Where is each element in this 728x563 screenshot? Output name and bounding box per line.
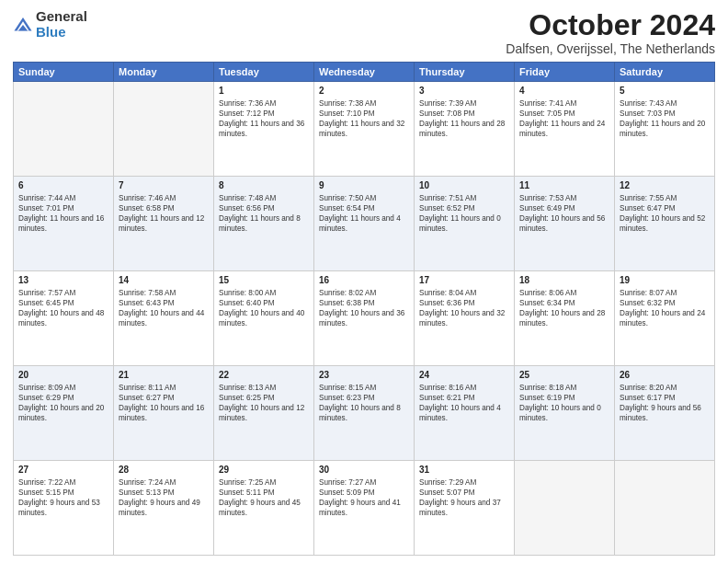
table-row: 21Sunrise: 8:11 AMSunset: 6:27 PMDayligh…	[114, 366, 214, 461]
day-info: Sunrise: 7:29 AMSunset: 5:07 PMDaylight:…	[419, 477, 509, 518]
table-row: 16Sunrise: 8:02 AMSunset: 6:38 PMDayligh…	[314, 271, 415, 366]
header-thursday: Thursday	[415, 63, 515, 82]
table-row: 8Sunrise: 7:48 AMSunset: 6:56 PMDaylight…	[214, 177, 314, 271]
table-row: 29Sunrise: 7:25 AMSunset: 5:11 PMDayligh…	[214, 461, 314, 556]
table-row: 15Sunrise: 8:00 AMSunset: 6:40 PMDayligh…	[214, 271, 314, 366]
day-number: 27	[18, 464, 108, 477]
logo-icon	[13, 15, 33, 35]
day-number: 30	[319, 464, 409, 477]
table-row: 2Sunrise: 7:38 AMSunset: 7:10 PMDaylight…	[314, 82, 415, 177]
header-tuesday: Tuesday	[214, 63, 314, 82]
logo-text: General Blue	[36, 9, 87, 40]
logo-blue-text: Blue	[36, 25, 87, 40]
day-info: Sunrise: 7:22 AMSunset: 5:15 PMDaylight:…	[18, 477, 108, 518]
table-row: 18Sunrise: 8:06 AMSunset: 6:34 PMDayligh…	[515, 271, 615, 366]
calendar-header-row: Sunday Monday Tuesday Wednesday Thursday…	[14, 63, 715, 82]
day-info: Sunrise: 7:36 AMSunset: 7:12 PMDaylight:…	[219, 98, 309, 139]
table-row: 27Sunrise: 7:22 AMSunset: 5:15 PMDayligh…	[14, 461, 114, 556]
table-row: 4Sunrise: 7:41 AMSunset: 7:05 PMDaylight…	[515, 82, 615, 177]
table-row: 30Sunrise: 7:27 AMSunset: 5:09 PMDayligh…	[314, 461, 415, 556]
day-info: Sunrise: 7:27 AMSunset: 5:09 PMDaylight:…	[319, 477, 409, 518]
title-block: October 2024 Dalfsen, Overijssel, The Ne…	[506, 9, 715, 56]
table-row: 31Sunrise: 7:29 AMSunset: 5:07 PMDayligh…	[415, 461, 515, 556]
table-row: 19Sunrise: 8:07 AMSunset: 6:32 PMDayligh…	[615, 271, 715, 366]
day-number: 19	[620, 274, 710, 287]
table-row: 7Sunrise: 7:46 AMSunset: 6:58 PMDaylight…	[114, 177, 214, 271]
table-row	[114, 82, 214, 177]
table-row	[14, 82, 114, 177]
day-info: Sunrise: 7:51 AMSunset: 6:52 PMDaylight:…	[419, 193, 509, 234]
day-info: Sunrise: 8:20 AMSunset: 6:17 PMDaylight:…	[620, 383, 710, 423]
day-number: 4	[519, 85, 609, 98]
day-info: Sunrise: 7:39 AMSunset: 7:08 PMDaylight:…	[419, 98, 509, 139]
calendar-table: Sunday Monday Tuesday Wednesday Thursday…	[13, 62, 715, 556]
table-row: 22Sunrise: 8:13 AMSunset: 6:25 PMDayligh…	[214, 366, 314, 461]
logo: General Blue	[13, 9, 87, 40]
day-number: 18	[519, 274, 609, 287]
day-info: Sunrise: 8:07 AMSunset: 6:32 PMDaylight:…	[620, 288, 710, 328]
day-number: 17	[419, 274, 509, 287]
calendar-week-row: 27Sunrise: 7:22 AMSunset: 5:15 PMDayligh…	[14, 461, 715, 556]
day-info: Sunrise: 8:04 AMSunset: 6:36 PMDaylight:…	[419, 288, 509, 328]
day-number: 20	[18, 369, 108, 382]
table-row: 20Sunrise: 8:09 AMSunset: 6:29 PMDayligh…	[14, 366, 114, 461]
calendar-week-row: 13Sunrise: 7:57 AMSunset: 6:45 PMDayligh…	[14, 271, 715, 366]
table-row: 11Sunrise: 7:53 AMSunset: 6:49 PMDayligh…	[515, 177, 615, 271]
day-number: 8	[219, 179, 309, 192]
day-number: 21	[119, 369, 209, 382]
day-number: 13	[18, 274, 108, 287]
table-row: 13Sunrise: 7:57 AMSunset: 6:45 PMDayligh…	[14, 271, 114, 366]
day-info: Sunrise: 7:53 AMSunset: 6:49 PMDaylight:…	[519, 193, 609, 234]
day-number: 1	[219, 85, 309, 98]
table-row: 25Sunrise: 8:18 AMSunset: 6:19 PMDayligh…	[515, 366, 615, 461]
day-info: Sunrise: 8:16 AMSunset: 6:21 PMDaylight:…	[419, 383, 509, 423]
day-number: 6	[18, 179, 108, 192]
day-info: Sunrise: 7:46 AMSunset: 6:58 PMDaylight:…	[119, 193, 209, 234]
page: General Blue October 2024 Dalfsen, Overi…	[0, 0, 728, 563]
day-info: Sunrise: 8:02 AMSunset: 6:38 PMDaylight:…	[319, 288, 409, 328]
day-number: 11	[519, 179, 609, 192]
day-number: 7	[119, 179, 209, 192]
day-info: Sunrise: 7:57 AMSunset: 6:45 PMDaylight:…	[18, 288, 108, 328]
day-number: 26	[620, 369, 710, 382]
day-info: Sunrise: 7:38 AMSunset: 7:10 PMDaylight:…	[319, 98, 409, 139]
day-info: Sunrise: 7:43 AMSunset: 7:03 PMDaylight:…	[620, 98, 710, 139]
day-number: 31	[419, 464, 509, 477]
table-row: 12Sunrise: 7:55 AMSunset: 6:47 PMDayligh…	[615, 177, 715, 271]
day-number: 3	[419, 85, 509, 98]
day-number: 29	[219, 464, 309, 477]
day-info: Sunrise: 8:06 AMSunset: 6:34 PMDaylight:…	[519, 288, 609, 328]
location-title: Dalfsen, Overijssel, The Netherlands	[506, 41, 715, 56]
day-info: Sunrise: 7:48 AMSunset: 6:56 PMDaylight:…	[219, 193, 309, 234]
day-number: 16	[319, 274, 409, 287]
day-info: Sunrise: 7:41 AMSunset: 7:05 PMDaylight:…	[519, 98, 609, 139]
day-info: Sunrise: 7:24 AMSunset: 5:13 PMDaylight:…	[119, 477, 209, 518]
day-number: 9	[319, 179, 409, 192]
day-number: 24	[419, 369, 509, 382]
day-info: Sunrise: 8:00 AMSunset: 6:40 PMDaylight:…	[219, 288, 309, 328]
calendar-week-row: 1Sunrise: 7:36 AMSunset: 7:12 PMDaylight…	[14, 82, 715, 177]
day-number: 23	[319, 369, 409, 382]
table-row: 28Sunrise: 7:24 AMSunset: 5:13 PMDayligh…	[114, 461, 214, 556]
day-number: 12	[620, 179, 710, 192]
month-title: October 2024	[506, 9, 715, 41]
day-number: 10	[419, 179, 509, 192]
logo-general-text: General	[36, 9, 87, 25]
day-number: 5	[620, 85, 710, 98]
header-sunday: Sunday	[14, 63, 114, 82]
day-number: 22	[219, 369, 309, 382]
day-number: 14	[119, 274, 209, 287]
day-number: 2	[319, 85, 409, 98]
header-saturday: Saturday	[615, 63, 715, 82]
day-info: Sunrise: 8:15 AMSunset: 6:23 PMDaylight:…	[319, 383, 409, 423]
table-row: 9Sunrise: 7:50 AMSunset: 6:54 PMDaylight…	[314, 177, 415, 271]
table-row: 3Sunrise: 7:39 AMSunset: 7:08 PMDaylight…	[415, 82, 515, 177]
table-row: 24Sunrise: 8:16 AMSunset: 6:21 PMDayligh…	[415, 366, 515, 461]
day-info: Sunrise: 8:13 AMSunset: 6:25 PMDaylight:…	[219, 383, 309, 423]
day-number: 28	[119, 464, 209, 477]
header-monday: Monday	[114, 63, 214, 82]
day-info: Sunrise: 7:55 AMSunset: 6:47 PMDaylight:…	[620, 193, 710, 234]
day-info: Sunrise: 8:09 AMSunset: 6:29 PMDaylight:…	[18, 383, 108, 423]
table-row: 17Sunrise: 8:04 AMSunset: 6:36 PMDayligh…	[415, 271, 515, 366]
table-row	[615, 461, 715, 556]
